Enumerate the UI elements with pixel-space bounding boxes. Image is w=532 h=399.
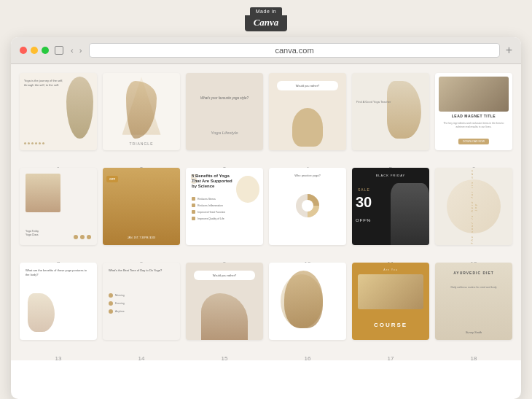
- card7-social-icons: [74, 235, 91, 239]
- card-num-13: 13: [20, 355, 97, 360]
- list-item: Evening: [109, 301, 174, 306]
- template-card-3[interactable]: What's your favourite yoga style? Yoga L…: [186, 73, 263, 150]
- card11-off-label: OFF%: [356, 218, 371, 222]
- template-card-14[interactable]: What's the Best Time of Day to Do Yoga? …: [103, 263, 180, 340]
- card14-title: What's the Best Time of Day to Do Yoga?: [109, 268, 174, 273]
- card15-figure: [201, 293, 248, 340]
- card4-bubble: Would you rather?: [277, 81, 339, 90]
- card7-icon-3: [87, 235, 91, 239]
- address-bar[interactable]: canva.com: [89, 43, 499, 58]
- card16-figure: [284, 271, 323, 329]
- bullet-icon: [109, 309, 113, 314]
- card8-date: JAN. 1ST, 7:30PM, $100: [103, 236, 180, 239]
- new-tab-button[interactable]: +: [506, 44, 512, 57]
- card11-sale-label: SALE: [358, 187, 370, 192]
- svg-point-1: [302, 200, 313, 212]
- card-wrapper-7: Yoga TodayYoga Class 7: [20, 168, 97, 257]
- maximize-button[interactable]: [42, 47, 49, 54]
- card14-list: Morning Evening Anytime: [109, 293, 174, 317]
- browser-toolbar: ‹ › canva.com +: [11, 37, 521, 64]
- list-item: Reduces Inflammation: [192, 204, 257, 207]
- list-item-text: Improves Heart Function: [197, 211, 225, 214]
- card17-subtitle: Are You: [352, 268, 429, 271]
- card15-bubble: Would you rather?: [194, 271, 256, 280]
- card6-image: [439, 77, 508, 112]
- card6-description: The key ingredients and exclusive items …: [441, 122, 506, 129]
- card-wrapper-13: What are the benefits of these yoga post…: [20, 263, 97, 352]
- card10-pie-chart: [293, 191, 322, 220]
- back-button[interactable]: ‹: [69, 46, 75, 55]
- template-card-5[interactable]: Find A Good Yoga Teacher: [352, 73, 429, 150]
- card13-figure: [28, 293, 55, 332]
- canva-brand-label: Canva: [245, 15, 288, 31]
- tab-icon: [55, 46, 63, 55]
- card-wrapper-14: What's the Best Time of Day to Do Yoga? …: [103, 263, 180, 352]
- card8-off-badge: OFF: [106, 176, 118, 182]
- traffic-lights: [20, 47, 49, 54]
- card-wrapper-1: Yoga is the journey of the self, through…: [20, 73, 97, 162]
- template-card-11[interactable]: BLACK FRIDAY SALE 30 OFF%: [352, 168, 429, 245]
- list-item-text: Evening: [115, 302, 125, 305]
- forward-button[interactable]: ›: [78, 46, 84, 55]
- list-item: Anytime: [109, 309, 174, 314]
- card-num-18: 18: [435, 355, 512, 360]
- card-num-16: 16: [269, 355, 346, 360]
- card7-image: [26, 174, 60, 212]
- card11-percent: 30: [356, 195, 372, 209]
- card17-course-title: COURSE: [352, 322, 429, 328]
- list-item-text: Reduces Stress: [197, 198, 216, 201]
- card1-dots: [24, 142, 46, 144]
- template-card-4[interactable]: Would you rather?: [269, 73, 346, 150]
- canva-badge: Made in Canva: [245, 7, 288, 31]
- card-wrapper-18: AYURVEDIC DIET Daily wellness routine fo…: [435, 263, 512, 352]
- card3-question: What's your favourite yoga style?: [186, 96, 263, 100]
- template-card-16[interactable]: [269, 263, 346, 340]
- template-card-15[interactable]: Would you rather?: [186, 263, 263, 340]
- template-card-18[interactable]: AYURVEDIC DIET Daily wellness routine fo…: [435, 263, 512, 340]
- template-card-6[interactable]: LEAD MAGNET TITLE The key ingredients an…: [435, 73, 512, 150]
- card6-title: LEAD MAGNET TITLE: [441, 114, 506, 118]
- template-card-8[interactable]: OFF JAN. 1ST, 7:30PM, $100: [103, 168, 180, 245]
- list-item-text: Morning: [115, 294, 125, 297]
- template-card-13[interactable]: What are the benefits of these yoga post…: [20, 263, 97, 340]
- list-item: Improves Heart Function: [192, 210, 257, 214]
- list-item: Morning: [109, 293, 174, 298]
- template-card-7[interactable]: Yoga TodayYoga Class: [20, 168, 97, 245]
- template-grid: Yoga is the journey of the self, through…: [20, 73, 512, 352]
- template-card-1[interactable]: Yoga is the journey of the self, through…: [20, 73, 97, 150]
- card-wrapper-11: BLACK FRIDAY SALE 30 OFF% 11: [352, 168, 429, 257]
- card2-label: TRIANGLE: [103, 142, 180, 146]
- card9-items-list: Reduces Stress Reduces Inflammation Impr…: [192, 197, 257, 223]
- list-item-text: Improves Quality of Life: [197, 217, 224, 220]
- check-icon: [192, 197, 195, 201]
- card-wrapper-8: OFF JAN. 1ST, 7:30PM, $100 8: [103, 168, 180, 257]
- list-item-text: Anytime: [115, 310, 125, 313]
- card-num-17: 17: [352, 355, 429, 360]
- card5-text: Find A Good Yoga Teacher: [356, 100, 391, 104]
- template-card-10[interactable]: Who practice yoga?: [269, 168, 346, 245]
- list-item: Improves Quality of Life: [192, 217, 257, 220]
- template-card-12[interactable]: The soul is here for its own joy: [435, 168, 512, 245]
- browser-window: ‹ › canva.com + Yoga is the journey of t…: [11, 37, 521, 399]
- template-card-9[interactable]: 5 5 Benefits of Yoga That Are Supported …: [186, 168, 263, 245]
- template-card-2[interactable]: TRIANGLE: [103, 73, 180, 150]
- card3-label: Yoga Lifestyle: [186, 131, 263, 135]
- list-item-text: Reduces Inflammation: [197, 204, 223, 207]
- close-button[interactable]: [20, 47, 27, 54]
- card-num-15: 15: [186, 355, 263, 360]
- card12-curved-text: The soul is here for its own joy: [470, 168, 477, 245]
- card18-subtitle: Daily wellness routine for mind and body: [441, 286, 506, 289]
- card6-cta-button[interactable]: DOWNLOAD NOW: [458, 139, 489, 144]
- list-item: Reduces Stress: [192, 197, 257, 201]
- card18-author-name: Sunny Smith: [435, 330, 512, 334]
- card4-figure: [292, 108, 323, 147]
- bullet-icon: [109, 301, 113, 306]
- card12-soul-text: The soul is here for its own joy: [435, 168, 512, 245]
- card-wrapper-2: TRIANGLE 2: [103, 73, 180, 162]
- minimize-button[interactable]: [31, 47, 38, 54]
- card11-black-friday: BLACK FRIDAY: [352, 174, 429, 177]
- template-card-17[interactable]: Are You COURSE: [352, 263, 429, 340]
- card-wrapper-12: The soul is here for its own joy 12: [435, 168, 512, 257]
- card-wrapper-10: Who practice yoga? 10: [269, 168, 346, 257]
- card7-icon-2: [80, 235, 85, 239]
